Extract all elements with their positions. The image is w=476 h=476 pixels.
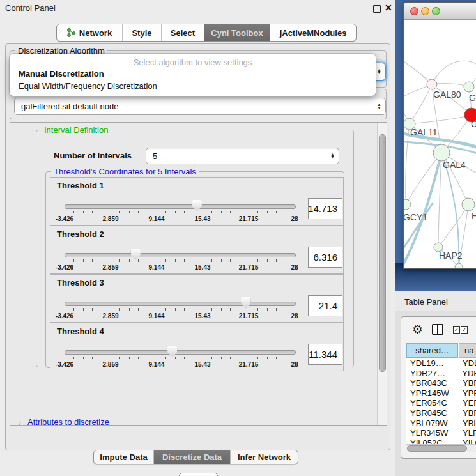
column-header-name[interactable]: na xyxy=(459,343,476,358)
tab-cyni-toolbox[interactable]: Cyni Toolbox xyxy=(204,24,270,41)
network-edge[interactable] xyxy=(404,58,432,84)
table-row[interactable]: YER054CYER0 xyxy=(406,398,476,408)
slider-track[interactable] xyxy=(65,253,296,257)
scale-label: -3.426 xyxy=(56,312,73,319)
cell-name: YDR2 xyxy=(457,369,476,379)
scale-label: 15.43 xyxy=(194,361,210,368)
tick-mark xyxy=(65,357,65,361)
network-node[interactable] xyxy=(427,79,437,89)
column-header-shared-name[interactable]: shared… xyxy=(406,343,458,358)
tick-mark xyxy=(129,259,130,262)
slider-thumb[interactable] xyxy=(131,249,141,260)
scrollbar-thumb[interactable] xyxy=(379,134,386,372)
tick-mark xyxy=(129,308,130,311)
tick-mark xyxy=(257,259,258,262)
table-data-combobox[interactable]: galFiltered.sif default node ▲▼ xyxy=(14,98,386,115)
network-window-titlebar[interactable] xyxy=(404,3,476,20)
tab-network[interactable]: Network xyxy=(57,24,123,41)
table-row[interactable]: YBR045CYBR0 xyxy=(406,408,476,418)
tick-mark xyxy=(102,259,102,262)
network-canvas[interactable]: GAL80GACGAL11GAL4GCY1HHAP2 xyxy=(404,20,476,268)
slider-track[interactable] xyxy=(65,302,296,306)
tick-mark xyxy=(194,211,194,213)
table-row[interactable]: YBR043CYBR0 xyxy=(406,378,476,388)
network-node[interactable] xyxy=(464,82,474,92)
table-row[interactable]: YLR345WYLR3 xyxy=(406,428,476,438)
tab-jactivemnodules[interactable]: jActiveMNodules xyxy=(270,24,356,41)
slider-thumb[interactable] xyxy=(241,297,250,309)
tick-mark xyxy=(73,308,74,311)
network-node[interactable] xyxy=(433,144,450,161)
tick-mark xyxy=(148,211,148,213)
cytoscape-desktop: GAL80GACGAL11GAL4GCY1HHAP2 xyxy=(395,0,476,291)
tab-label: Impute Data xyxy=(100,452,147,462)
network-edge[interactable] xyxy=(432,84,469,87)
threshold-1-value-field[interactable]: 14.713 xyxy=(308,198,342,219)
apply-button[interactable]: Apply xyxy=(179,473,218,476)
table-horizontal-scrollbar[interactable] xyxy=(406,444,476,452)
scale-label: 9.144 xyxy=(148,215,164,222)
threshold-value: 11.344 xyxy=(309,349,337,360)
tab-style[interactable]: Style xyxy=(123,24,162,41)
table-row[interactable]: YPR145WYPR1 xyxy=(406,388,476,399)
zoom-window-icon[interactable] xyxy=(432,7,440,15)
network-edge[interactable] xyxy=(410,115,472,124)
slider-thumb[interactable] xyxy=(167,346,177,357)
checkbox-icon[interactable]: ✓ xyxy=(461,326,468,334)
dropdown-option-manual-discretization[interactable]: Manual Discretization xyxy=(19,69,104,79)
table-row[interactable]: YIL052CYIL0 xyxy=(406,438,476,444)
tick-mark xyxy=(267,357,268,359)
table-row[interactable]: YBL079WYBL0 xyxy=(406,418,476,429)
threshold-2-value-field[interactable]: 6.316 xyxy=(308,247,342,268)
close-icon[interactable]: ✕ xyxy=(385,3,392,13)
scale-label: 15.43 xyxy=(194,312,210,319)
table-rows[interactable]: YDL19…YDL1YDR27…YDR2YBR043CYBR0YPR145WYP… xyxy=(406,358,476,444)
tick-mark xyxy=(249,211,249,215)
network-edge[interactable] xyxy=(432,61,476,84)
table-row[interactable]: YDR27…YDR2 xyxy=(406,369,476,379)
dropdown-option-equal-width-frequency[interactable]: Equal Width/Frequency Discretization xyxy=(19,81,157,91)
slider-track[interactable] xyxy=(65,350,296,355)
threshold-label: Threshold 2 xyxy=(57,229,104,239)
checkbox-icon[interactable]: ✓ xyxy=(453,326,460,334)
tick-mark xyxy=(203,211,203,215)
scale-label: 28 xyxy=(291,312,298,319)
scrollbar-thumb[interactable] xyxy=(407,445,467,452)
num-intervals-combobox[interactable]: 5 ▲▼ xyxy=(146,148,339,164)
slider-thumb[interactable] xyxy=(192,200,202,211)
column-header-label: shared… xyxy=(415,346,449,355)
tick-mark xyxy=(249,259,249,264)
tick-mark xyxy=(276,308,277,311)
gear-icon[interactable]: ⚙ xyxy=(412,322,423,337)
threshold-3-value-field[interactable]: 21.4 xyxy=(308,295,342,316)
node-label: C xyxy=(471,119,476,129)
settings-scrollbar[interactable] xyxy=(377,123,387,425)
tick-mark xyxy=(83,211,84,213)
network-node[interactable] xyxy=(404,199,411,210)
split-panel-icon[interactable] xyxy=(432,324,443,335)
table-row[interactable]: YDL19…YDL1 xyxy=(406,358,476,369)
tick-mark xyxy=(65,211,65,215)
tab-impute-data[interactable]: Impute Data xyxy=(94,450,154,464)
network-node[interactable] xyxy=(455,263,463,268)
network-edge[interactable] xyxy=(410,84,432,124)
tab-infer-network[interactable]: Infer Network xyxy=(231,450,298,464)
float-panel-icon[interactable] xyxy=(373,5,381,13)
attributes-group: Attributes to discretize Numerical Attri… xyxy=(19,422,386,426)
cell-name: YBL0 xyxy=(458,418,476,429)
scale-label: 21.715 xyxy=(239,264,259,271)
network-window[interactable]: GAL80GACGAL11GAL4GCY1HHAP2 xyxy=(403,2,476,269)
tick-mark xyxy=(295,259,295,264)
tab-select[interactable]: Select xyxy=(162,24,204,41)
minimize-window-icon[interactable] xyxy=(421,7,429,15)
close-window-icon[interactable] xyxy=(410,7,418,15)
network-node[interactable] xyxy=(462,198,475,211)
tick-mark xyxy=(203,308,203,312)
network-edge[interactable] xyxy=(438,204,468,247)
right-side: GAL80GACGAL11GAL4GCY1HHAP2 Table Panel ⚙… xyxy=(395,0,476,476)
tab-discretize-data[interactable]: Discretize Data xyxy=(154,450,231,464)
tab-label: Cyni Toolbox xyxy=(211,28,263,38)
threshold-4-value-field[interactable]: 11.344 xyxy=(308,344,342,365)
slider-track[interactable] xyxy=(65,204,296,209)
tick-mark xyxy=(148,357,148,359)
